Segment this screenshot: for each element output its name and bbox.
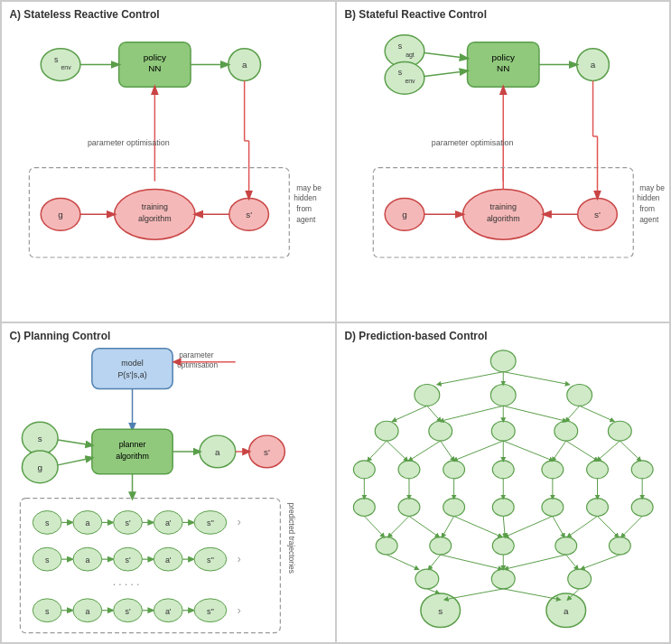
svg-line-82 bbox=[58, 457, 92, 464]
svg-point-147 bbox=[491, 421, 515, 441]
svg-text:a: a bbox=[85, 555, 89, 565]
svg-point-139 bbox=[414, 384, 439, 406]
svg-point-181 bbox=[631, 498, 653, 516]
svg-text:predicted trajectories: predicted trajectories bbox=[287, 502, 296, 573]
svg-point-148 bbox=[554, 421, 577, 441]
svg-line-144 bbox=[503, 371, 568, 384]
svg-text:planner: planner bbox=[119, 440, 146, 449]
svg-text:algorithm: algorithm bbox=[116, 451, 149, 460]
svg-text:agent: agent bbox=[639, 215, 659, 224]
svg-text:s': s' bbox=[125, 518, 130, 527]
svg-point-157 bbox=[353, 460, 375, 478]
svg-text:a: a bbox=[85, 518, 89, 527]
svg-text:agent: agent bbox=[296, 215, 316, 224]
svg-line-217 bbox=[503, 588, 560, 599]
svg-text:s': s' bbox=[125, 606, 130, 615]
svg-text:parameter optimisation: parameter optimisation bbox=[431, 138, 513, 147]
svg-text:algorithm: algorithm bbox=[486, 214, 519, 223]
svg-line-197 bbox=[442, 516, 453, 537]
svg-line-174 bbox=[620, 441, 640, 461]
svg-text:s'': s'' bbox=[207, 555, 214, 565]
svg-text:a: a bbox=[564, 605, 569, 615]
svg-text:g: g bbox=[402, 210, 407, 219]
svg-text:›: › bbox=[238, 603, 241, 616]
svg-line-216 bbox=[444, 588, 503, 599]
svg-text:s': s' bbox=[594, 210, 601, 219]
svg-point-162 bbox=[586, 460, 608, 478]
svg-text:›: › bbox=[238, 553, 241, 565]
svg-point-160 bbox=[492, 460, 514, 478]
svg-line-202 bbox=[567, 516, 597, 537]
svg-text:NN: NN bbox=[497, 63, 509, 73]
panel-d-title: D) Prediction-based Control bbox=[344, 329, 487, 341]
svg-line-164 bbox=[368, 441, 387, 461]
svg-point-193 bbox=[609, 537, 630, 555]
svg-text:from: from bbox=[639, 204, 655, 213]
svg-text:a: a bbox=[215, 446, 220, 456]
svg-line-204 bbox=[621, 516, 642, 537]
svg-line-215 bbox=[426, 588, 438, 593]
svg-text:algorithm: algorithm bbox=[138, 214, 172, 223]
svg-text:policy: policy bbox=[144, 52, 166, 62]
svg-text:›: › bbox=[238, 516, 241, 528]
svg-line-200 bbox=[505, 516, 553, 537]
svg-line-40 bbox=[424, 53, 467, 59]
svg-line-152 bbox=[440, 406, 503, 421]
svg-text:env: env bbox=[405, 78, 415, 84]
svg-point-159 bbox=[443, 460, 464, 478]
svg-point-205 bbox=[415, 569, 438, 589]
svg-point-177 bbox=[443, 498, 464, 516]
svg-point-192 bbox=[555, 537, 576, 555]
svg-point-191 bbox=[492, 537, 514, 555]
svg-text:agt: agt bbox=[405, 51, 415, 59]
svg-line-194 bbox=[364, 516, 384, 537]
panel-b: B) Stateful Reactive Control policy NN s… bbox=[336, 1, 671, 322]
svg-point-189 bbox=[376, 537, 397, 555]
svg-text:s: s bbox=[438, 605, 443, 615]
svg-point-176 bbox=[398, 498, 420, 516]
svg-line-198 bbox=[453, 516, 501, 537]
svg-text:s': s' bbox=[246, 210, 252, 219]
svg-line-195 bbox=[388, 516, 409, 537]
svg-line-173 bbox=[597, 441, 620, 461]
svg-line-81 bbox=[58, 440, 92, 445]
svg-point-190 bbox=[429, 537, 451, 555]
svg-text:s: s bbox=[54, 55, 59, 64]
svg-line-170 bbox=[503, 441, 553, 461]
svg-point-179 bbox=[541, 498, 563, 516]
svg-text:g: g bbox=[58, 210, 63, 219]
svg-text:s: s bbox=[38, 434, 42, 443]
panel-c-title: C) Planning Control bbox=[9, 329, 110, 341]
svg-point-206 bbox=[491, 569, 515, 589]
svg-text:s: s bbox=[397, 68, 402, 77]
diagram-grid: A) Stateless Reactive Control policy NN … bbox=[0, 0, 671, 644]
svg-line-151 bbox=[426, 406, 440, 421]
svg-point-158 bbox=[398, 460, 420, 478]
svg-text:P(s'|s,a): P(s'|s,a) bbox=[117, 369, 146, 378]
svg-text:env: env bbox=[61, 64, 71, 70]
svg-point-207 bbox=[567, 569, 591, 589]
svg-line-201 bbox=[552, 516, 564, 537]
panel-b-title: B) Stateful Reactive Control bbox=[344, 8, 486, 21]
svg-point-175 bbox=[353, 498, 375, 516]
svg-text:from: from bbox=[296, 204, 312, 213]
svg-line-214 bbox=[581, 555, 620, 569]
svg-text:hidden: hidden bbox=[637, 193, 660, 202]
svg-line-172 bbox=[565, 441, 597, 461]
svg-text:NN: NN bbox=[148, 63, 161, 73]
svg-line-165 bbox=[387, 441, 407, 461]
svg-text:s: s bbox=[45, 606, 50, 615]
svg-line-171 bbox=[552, 441, 565, 461]
svg-point-141 bbox=[566, 384, 592, 406]
svg-text:parameter optimisation: parameter optimisation bbox=[88, 138, 170, 147]
svg-point-161 bbox=[541, 460, 563, 478]
panel-a: A) Stateless Reactive Control policy NN … bbox=[1, 1, 336, 322]
svg-text:a': a' bbox=[165, 606, 172, 615]
svg-point-145 bbox=[375, 421, 398, 441]
svg-text:may be: may be bbox=[639, 183, 665, 192]
svg-line-212 bbox=[505, 555, 566, 569]
svg-line-150 bbox=[393, 406, 427, 421]
svg-text:s'': s'' bbox=[207, 606, 214, 615]
panel-c: C) Planning Control model P(s'|s,a) para… bbox=[1, 322, 336, 644]
svg-point-163 bbox=[631, 460, 653, 478]
